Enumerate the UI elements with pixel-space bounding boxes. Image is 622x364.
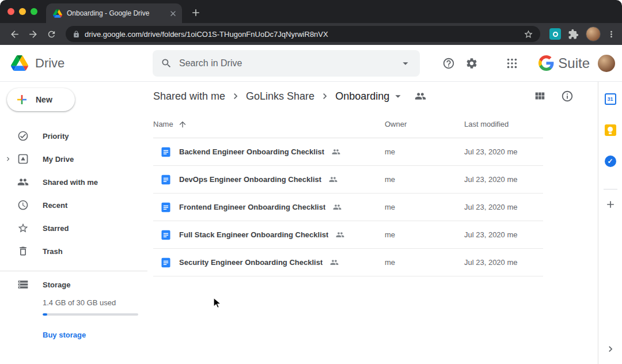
close-window-button[interactable] [7, 8, 14, 15]
file-name-cell: DevOps Engineer Onboarding Checklist [153, 174, 385, 185]
owner-cell: me [385, 147, 464, 156]
info-icon[interactable] [561, 90, 574, 103]
google-docs-icon [160, 202, 172, 213]
sidebar-item-label: Shared with me [43, 178, 98, 187]
last-modified-cell: Jul 23, 2020 me [464, 147, 543, 156]
storage-section: Storage 1.4 GB of 30 GB used Buy storage [0, 271, 147, 340]
google-calendar-icon[interactable]: 31 [605, 93, 616, 105]
storage-label: Storage [43, 280, 70, 289]
shared-indicator-icon [332, 147, 340, 156]
table-row[interactable]: Backend Engineer Onboarding Checklist me… [153, 138, 543, 166]
help-button[interactable] [437, 52, 460, 75]
gsuite-logo: Suite [538, 55, 590, 71]
grid-view-icon[interactable] [533, 90, 546, 103]
account-avatar[interactable] [598, 55, 615, 72]
file-list: Backend Engineer Onboarding Checklist me… [153, 138, 543, 276]
tab-title: Onboarding - Google Drive [67, 9, 164, 17]
drive-logo[interactable]: Drive [0, 55, 147, 71]
search-input[interactable] [179, 58, 392, 69]
table-row[interactable]: Frontend Engineer Onboarding Checklist m… [153, 194, 543, 221]
add-addon-icon[interactable] [605, 199, 616, 210]
file-name: Frontend Engineer Onboarding Checklist [179, 203, 325, 211]
back-arrow-icon [9, 29, 20, 40]
search-icon[interactable] [161, 58, 172, 69]
browser-menu-icon[interactable] [606, 29, 616, 39]
google-g-icon [538, 55, 554, 71]
google-docs-icon [160, 229, 172, 241]
google-keep-icon[interactable] [605, 124, 616, 136]
browser-toolbar: drive.google.com/drive/folders/1oiCO1S-T… [0, 23, 622, 45]
folder-menu-caret-icon[interactable] [392, 90, 404, 103]
sidebar-item-storage[interactable]: Storage [0, 273, 147, 296]
storage-usage-text: 1.4 GB of 30 GB used [43, 298, 147, 307]
drive-logo-icon [11, 55, 28, 71]
owner-cell: me [385, 203, 464, 211]
forward-button[interactable] [24, 25, 41, 43]
companion-rail: 31 ✓ [598, 82, 622, 364]
expand-chevron-icon[interactable] [4, 155, 12, 163]
sidebar-item-label: Recent [43, 201, 67, 210]
back-button[interactable] [6, 25, 23, 43]
sidebar-item-trash[interactable]: Trash [0, 240, 147, 263]
sidebar: New Priority My Drive Shared with me [0, 82, 147, 364]
buy-storage-link[interactable]: Buy storage [43, 331, 86, 339]
sidebar-item-my-drive[interactable]: My Drive [0, 147, 147, 170]
trash-icon [17, 245, 29, 257]
search-options-caret-icon[interactable] [399, 57, 412, 70]
google-tasks-icon[interactable]: ✓ [605, 156, 616, 167]
tab-close-icon[interactable] [169, 9, 177, 18]
table-row[interactable]: Security Engineer Onboarding Checklist m… [153, 249, 543, 276]
sidebar-nav: Priority My Drive Shared with me Recent [0, 124, 147, 263]
rail-divider [604, 189, 617, 189]
file-name: Full Stack Engineer Onboarding Checklist [179, 230, 328, 239]
column-header-owner[interactable]: Owner [385, 120, 464, 128]
new-button-label: New [36, 95, 52, 104]
column-header-name[interactable]: Name [153, 120, 385, 129]
settings-button[interactable] [460, 52, 483, 75]
breadcrumb: Shared with me GoLinks Share Onboarding [147, 82, 598, 111]
breadcrumb-onboarding[interactable]: Onboarding [335, 90, 389, 103]
bookmark-star-icon[interactable] [524, 29, 533, 39]
content-area: Shared with me GoLinks Share Onboarding … [147, 82, 598, 364]
sidebar-item-label: Starred [43, 224, 69, 233]
sidebar-item-shared-with-me[interactable]: Shared with me [0, 170, 147, 194]
column-header-modified[interactable]: Last modified [464, 120, 543, 128]
gsuite-label: Suite [558, 55, 590, 71]
view-actions [533, 90, 574, 103]
browser-profile-avatar[interactable] [586, 26, 601, 41]
sidebar-item-starred[interactable]: Starred [0, 217, 147, 240]
sort-ascending-icon[interactable] [178, 120, 187, 129]
table-row[interactable]: Full Stack Engineer Onboarding Checklist… [153, 221, 543, 249]
google-docs-icon [160, 174, 172, 185]
refresh-button[interactable] [43, 25, 60, 43]
breadcrumb-golinks-share[interactable]: GoLinks Share [246, 90, 314, 103]
header-actions: Suite [437, 52, 622, 75]
google-apps-button[interactable] [500, 52, 524, 75]
file-name-cell: Frontend Engineer Onboarding Checklist [153, 202, 385, 213]
sidebar-item-label: Trash [43, 247, 63, 256]
extension-icon[interactable] [549, 28, 561, 40]
last-modified-cell: Jul 23, 2020 me [464, 175, 543, 184]
address-bar[interactable]: drive.google.com/drive/folders/1oiCO1S-T… [66, 26, 540, 42]
extensions-puzzle-icon[interactable] [568, 29, 579, 40]
expand-panel-chevron-icon[interactable] [605, 343, 616, 355]
minimize-window-button[interactable] [19, 8, 26, 15]
owner-cell: me [385, 258, 464, 267]
drive-favicon [53, 9, 62, 18]
apps-grid-icon [506, 57, 518, 70]
sidebar-item-label: My Drive [43, 155, 74, 164]
new-tab-button[interactable] [190, 7, 202, 18]
sidebar-item-priority[interactable]: Priority [0, 124, 147, 147]
main-area: New Priority My Drive Shared with me [0, 82, 622, 364]
breadcrumb-shared-with-me[interactable]: Shared with me [153, 90, 225, 103]
zoom-window-button[interactable] [31, 8, 37, 15]
file-name-cell: Full Stack Engineer Onboarding Checklist [153, 229, 385, 241]
table-row[interactable]: DevOps Engineer Onboarding Checklist me … [153, 166, 543, 194]
owner-cell: me [385, 230, 464, 239]
sidebar-item-recent[interactable]: Recent [0, 194, 147, 217]
new-button[interactable]: New [7, 88, 75, 111]
browser-tab[interactable]: Onboarding - Google Drive [46, 3, 182, 23]
help-icon [442, 57, 455, 70]
file-name: Backend Engineer Onboarding Checklist [179, 147, 324, 156]
search-bar[interactable] [153, 50, 420, 77]
